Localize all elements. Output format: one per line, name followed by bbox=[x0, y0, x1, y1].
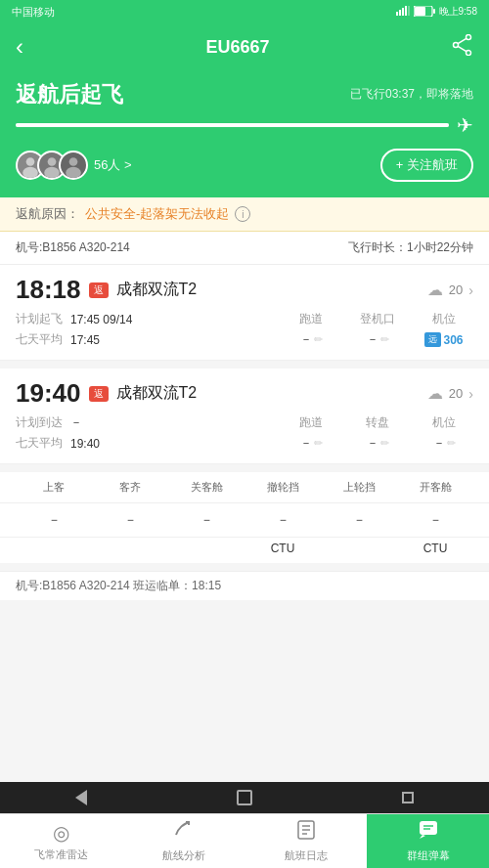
reason-text: 公共安全-起落架无法收起 bbox=[85, 205, 229, 223]
gate-label: 登机口 bbox=[348, 311, 407, 327]
departure-right: ☁ 20 › bbox=[427, 281, 473, 299]
radar-icon: ◎ bbox=[53, 821, 69, 845]
svg-rect-4 bbox=[408, 6, 410, 16]
ops-ctu-3: CTU bbox=[244, 542, 321, 555]
flight-status: 返航后起飞 bbox=[16, 80, 123, 109]
arrival-runway-label: 跑道 bbox=[282, 414, 340, 431]
departure-row: 18:18 返 成都双流T2 ☁ 20 › 计划起飞 17:45 09/14 跑… bbox=[0, 265, 489, 361]
back-button[interactable]: ‹ bbox=[16, 33, 23, 61]
follow-button[interactable]: + 关注航班 bbox=[380, 149, 473, 182]
ops-val-0: － bbox=[16, 511, 92, 529]
share-icon[interactable] bbox=[452, 34, 473, 61]
info-icon[interactable]: i bbox=[235, 206, 250, 222]
back-sys-button[interactable] bbox=[62, 788, 101, 807]
ops-ctu-1 bbox=[92, 542, 168, 555]
reason-banner: 返航原因： 公共安全-起落架无法收起 i bbox=[0, 197, 489, 232]
svg-point-8 bbox=[467, 34, 471, 39]
departure-time: 18:18 bbox=[16, 275, 81, 305]
ops-val-2: － bbox=[168, 511, 244, 529]
flight-info-bar: 机号:B1856 A320-214 飞行时长：1小时22分钟 bbox=[0, 232, 489, 265]
svg-rect-6 bbox=[415, 7, 425, 16]
recent-sys-button[interactable] bbox=[388, 788, 427, 807]
runway-value: － bbox=[300, 331, 312, 348]
nav-log[interactable]: 航班日志 bbox=[244, 814, 367, 868]
nav-group[interactable]: 群组弹幕 bbox=[367, 814, 489, 868]
duration-info: 飞行时长：1小时22分钟 bbox=[348, 239, 473, 256]
planned-label: 计划起飞 bbox=[16, 311, 63, 327]
system-nav bbox=[0, 782, 489, 813]
svg-point-18 bbox=[44, 167, 60, 179]
ops-ctu-5: CTU bbox=[397, 542, 473, 555]
departure-chevron: › bbox=[468, 282, 473, 298]
ground-ops-section: 上客 客齐 关客舱 撤轮挡 上轮挡 开客舱 － － － － － － CTU CT… bbox=[0, 472, 489, 563]
departure-return-badge: 返 bbox=[89, 282, 109, 298]
progress-bar bbox=[16, 123, 449, 127]
runway-label: 跑道 bbox=[282, 311, 340, 327]
ops-val-1: － bbox=[92, 511, 168, 529]
svg-point-10 bbox=[454, 42, 459, 47]
avatar bbox=[59, 151, 88, 180]
svg-rect-2 bbox=[402, 8, 404, 16]
ops-header-3: 撤轮挡 bbox=[244, 480, 321, 495]
group-icon bbox=[418, 819, 439, 846]
arrival-turntable-label: 转盘 bbox=[348, 414, 407, 431]
passengers-section[interactable]: 56人 > bbox=[16, 151, 132, 180]
gate-edit: ✏ bbox=[380, 333, 389, 346]
departure-main[interactable]: 18:18 返 成都双流T2 ☁ 20 › bbox=[16, 275, 473, 305]
svg-point-9 bbox=[467, 50, 471, 55]
bottom-info: 机号:B1856 A320-214 班运临单：18:15 bbox=[0, 571, 489, 600]
svg-rect-1 bbox=[399, 10, 401, 16]
flight-meta: 已飞行03:37，即将落地 bbox=[350, 80, 473, 103]
departure-weather-num: 20 bbox=[449, 282, 463, 297]
arrival-return-badge: 返 bbox=[89, 386, 109, 402]
passenger-count: 56人 > bbox=[94, 156, 132, 174]
svg-line-12 bbox=[458, 46, 467, 51]
arrival-position-value: － bbox=[433, 435, 445, 452]
departure-weather-icon: ☁ bbox=[427, 281, 443, 299]
svg-point-21 bbox=[66, 167, 81, 179]
svg-point-14 bbox=[26, 157, 35, 166]
route-icon bbox=[173, 819, 195, 846]
gate-value: － bbox=[367, 331, 378, 348]
svg-point-20 bbox=[69, 157, 78, 166]
ops-ctu: CTU CTU bbox=[0, 538, 489, 563]
ops-val-4: － bbox=[321, 511, 397, 529]
position-value: 306 bbox=[443, 333, 463, 347]
ops-header-5: 开客舱 bbox=[397, 480, 473, 495]
arrival-turntable-value: － bbox=[367, 435, 378, 452]
arrival-right: ☁ 20 › bbox=[427, 384, 473, 403]
arrival-section: 19:40 返 成都双流T2 ☁ 20 › 计划到达 － 跑道 转盘 机位 bbox=[0, 369, 489, 464]
battery-label bbox=[414, 6, 435, 19]
reason-label: 返航原因： bbox=[16, 205, 79, 223]
carrier-label: 中国移动 bbox=[12, 5, 55, 20]
arrival-position-label: 机位 bbox=[415, 414, 473, 431]
hero-bottom: 56人 > + 关注航班 bbox=[16, 149, 473, 182]
planned-value: 17:45 09/14 bbox=[70, 313, 132, 326]
ops-ctu-0 bbox=[16, 542, 92, 555]
avg-label: 七天平均 bbox=[16, 331, 63, 348]
progress-section: ✈ bbox=[16, 113, 473, 137]
svg-line-11 bbox=[458, 38, 467, 43]
svg-rect-7 bbox=[433, 9, 435, 14]
arrival-main[interactable]: 19:40 返 成都双流T2 ☁ 20 › bbox=[16, 378, 473, 409]
status-bar: 中国移动 晚上9:58 bbox=[0, 0, 489, 23]
arrival-weather-num: 20 bbox=[449, 386, 463, 401]
svg-rect-3 bbox=[405, 6, 407, 16]
nav-radar[interactable]: ◎ 飞常准雷达 bbox=[0, 814, 122, 868]
arrival-planned-label: 计划到达 bbox=[16, 414, 63, 431]
main-content: 返航原因： 公共安全-起落架无法收起 i 机号:B1856 A320-214 飞… bbox=[0, 197, 489, 868]
runway-edit: ✏ bbox=[314, 333, 323, 346]
aircraft-info: 机号:B1856 A320-214 bbox=[16, 239, 130, 256]
ops-ctu-4 bbox=[321, 542, 397, 555]
arrival-planned-value: － bbox=[70, 414, 82, 431]
arrival-time-city: 19:40 返 成都双流T2 bbox=[16, 378, 197, 409]
departure-section: 18:18 返 成都双流T2 ☁ 20 › 计划起飞 17:45 09/14 跑… bbox=[0, 265, 489, 361]
svg-rect-0 bbox=[396, 12, 398, 16]
arrival-time: 19:40 bbox=[16, 378, 81, 409]
nav-route[interactable]: 航线分析 bbox=[122, 814, 244, 868]
arrival-avg-time: 19:40 bbox=[70, 437, 100, 451]
arrival-runway-edit: ✏ bbox=[314, 437, 323, 450]
avatar-group bbox=[16, 151, 88, 180]
home-sys-button[interactable] bbox=[225, 788, 264, 807]
ops-header-1: 客齐 bbox=[92, 480, 168, 495]
